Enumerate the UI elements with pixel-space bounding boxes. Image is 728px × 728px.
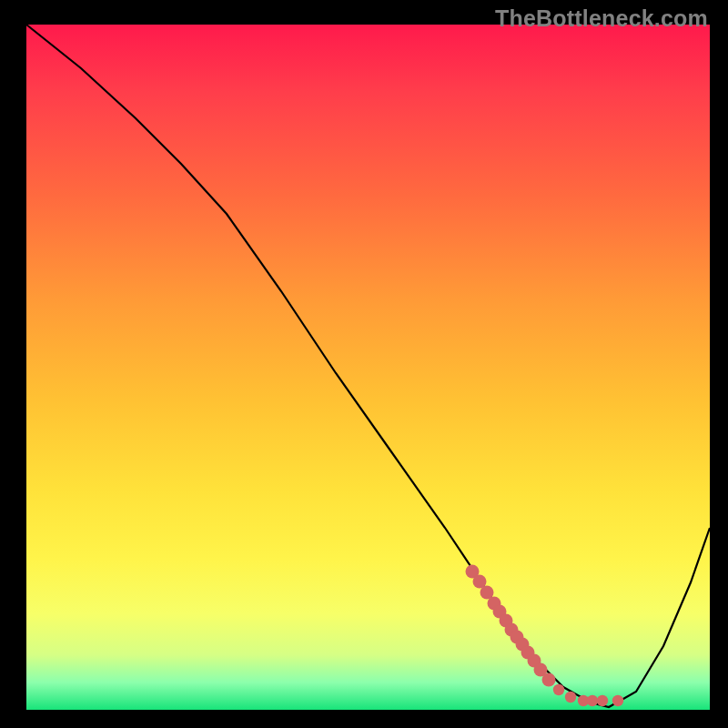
data-point — [565, 692, 576, 703]
bottleneck-curve — [26, 25, 710, 707]
data-point — [597, 695, 608, 706]
data-point — [587, 695, 598, 706]
data-point — [612, 695, 623, 706]
data-point — [553, 684, 564, 695]
chart-svg-layer — [26, 25, 710, 710]
data-points-group — [466, 565, 624, 707]
data-point — [542, 673, 556, 687]
